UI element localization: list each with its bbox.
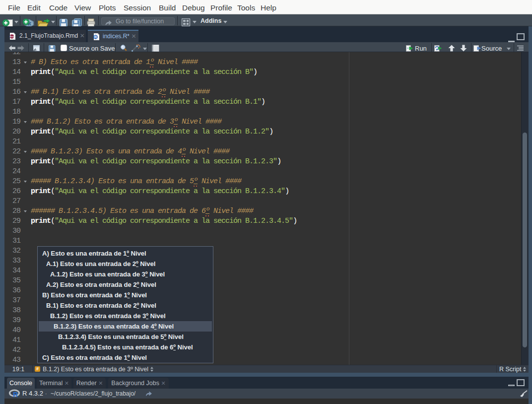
svg-text:R: R bbox=[13, 391, 18, 398]
svg-text:R: R bbox=[94, 35, 97, 39]
svg-text:Rmd: Rmd bbox=[10, 36, 14, 38]
